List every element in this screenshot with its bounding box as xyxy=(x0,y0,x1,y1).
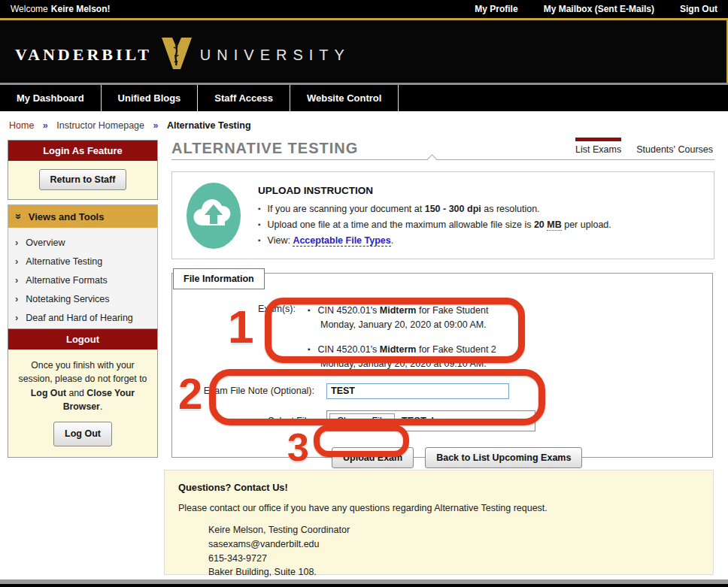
select-file-label: Select File: xyxy=(172,416,326,426)
footer-black-bar xyxy=(0,584,728,587)
chevron-right-icon: › xyxy=(15,274,18,286)
sidebar-item-label: Alternative Formats xyxy=(26,275,107,286)
contact-coordinator: Keire Melson, Testing Coordinator xyxy=(208,523,699,537)
exam-list-item: CIN 4520.01's Midterm for Fake Student M… xyxy=(308,304,496,333)
choose-file-button[interactable]: Choose File xyxy=(329,413,395,428)
upload-cloud-icon xyxy=(186,182,241,259)
acceptable-file-types-link[interactable]: Acceptable File Types xyxy=(293,235,390,247)
sidebar-item-deaf-hard-of-hearing[interactable]: › Deaf and Hard of Hearing xyxy=(8,308,157,327)
breadcrumb-separator-icon: » xyxy=(43,120,48,131)
breadcrumb-home[interactable]: Home xyxy=(9,120,34,131)
contact-email: sasexams@vanderbilt.edu xyxy=(208,537,699,552)
upload-instruction-panel: UPLOAD INSTRUCTION If you are scanning y… xyxy=(171,171,714,259)
sidebar-item-notetaking-services[interactable]: › Notetaking Services xyxy=(8,289,157,308)
contact-title: Questions? Contact Us! xyxy=(178,482,699,493)
chevron-right-icon: › xyxy=(15,312,18,323)
sidebar-item-alternative-formats[interactable]: › Alternative Formats xyxy=(8,271,157,289)
back-to-list-button[interactable]: Back to List Upcoming Exams xyxy=(425,447,582,468)
nav-website-control[interactable]: Website Control xyxy=(290,85,399,111)
page: WelcomeKeire Melson! My Profile My Mailb… xyxy=(0,0,728,587)
upload-bullet-dpi: If you are scanning your document at 150… xyxy=(258,204,611,214)
collapse-double-chevron-icon: » xyxy=(13,213,25,219)
welcome-text: WelcomeKeire Melson! xyxy=(11,4,110,14)
university-wordmark: UNIVERSITY xyxy=(200,47,350,64)
breadcrumb-separator-icon: » xyxy=(153,120,158,131)
title-divider xyxy=(171,159,714,160)
sidebar-item-label: Alternative Testing xyxy=(26,256,102,267)
selected-filename: TEST.docx xyxy=(402,415,451,426)
exams-label: Exam(s): xyxy=(172,304,308,372)
exam-list-item: CIN 4520.01's Midterm for Fake Student 2… xyxy=(308,343,496,372)
nav-staff-access[interactable]: Staff Access xyxy=(198,85,290,111)
views-and-tools-panel: » Views and Tools › Overview › Alternati… xyxy=(8,204,158,332)
chevron-right-icon: › xyxy=(15,237,18,248)
breadcrumb-current: Alternative Testing xyxy=(167,120,251,131)
nav-my-dashboard[interactable]: My Dashboard xyxy=(0,85,102,111)
upload-bullet-filesize: Upload one file at a time and the maximu… xyxy=(258,219,611,230)
logout-instructions: Once you finish with your session, pleas… xyxy=(14,359,151,414)
sign-out-link[interactable]: Sign Out xyxy=(680,4,717,14)
page-title: ALTERNATIVE TESTING xyxy=(171,140,358,157)
sidebar-item-label: Deaf and Hard of Hearing xyxy=(26,313,132,323)
sidebar-item-label: Overview xyxy=(26,238,65,248)
breadcrumb: Home » Instructor Homepage » Alternative… xyxy=(9,120,251,131)
login-as-feature-header: Login As Feature xyxy=(8,141,157,161)
sidebar-item-label: Notetaking Services xyxy=(26,294,109,304)
contact-panel: Questions? Contact Us! Please contact ou… xyxy=(164,470,714,575)
vanderbilt-wordmark: VANDERBILT xyxy=(15,45,152,65)
brand-header: VANDERBILT UNIVERSITY xyxy=(0,18,728,83)
my-mailbox-link[interactable]: My Mailbox (Sent E-Mails) xyxy=(544,4,654,14)
views-and-tools-header[interactable]: » Views and Tools xyxy=(8,205,157,228)
return-to-staff-button[interactable]: Return to Staff xyxy=(39,169,127,190)
main-nav: My Dashboard Unified Blogs Staff Access … xyxy=(0,85,728,111)
top-utility-bar: WelcomeKeire Melson! My Profile My Mailb… xyxy=(0,0,728,18)
exam-file-note-label: Exam File Note (Optional): xyxy=(172,386,326,396)
exam-list: CIN 4520.01's Midterm for Fake Student M… xyxy=(308,304,496,372)
contact-address: Baker Building, Suite 108. xyxy=(208,565,699,579)
upload-instruction-title: UPLOAD INSTRUCTION xyxy=(258,185,611,196)
chevron-right-icon: › xyxy=(15,293,18,304)
views-and-tools-title: Views and Tools xyxy=(29,211,105,222)
breadcrumb-instructor-homepage[interactable]: Instructor Homepage xyxy=(56,120,144,131)
exam-file-note-input[interactable] xyxy=(326,383,509,399)
log-out-button[interactable]: Log Out xyxy=(53,422,112,446)
active-tab-notch xyxy=(427,154,437,164)
upload-exam-button[interactable]: Upload Exam xyxy=(332,447,414,468)
chevron-right-icon: › xyxy=(15,256,18,267)
vanderbilt-v-logo-icon xyxy=(161,37,193,73)
contact-phone: 615-343-9727 xyxy=(208,552,699,566)
contact-details: Keire Melson, Testing Coordinator sasexa… xyxy=(208,523,699,579)
nav-unified-blogs[interactable]: Unified Blogs xyxy=(102,85,199,111)
file-information-legend: File Information xyxy=(173,268,265,289)
sidebar-item-alternative-testing[interactable]: › Alternative Testing xyxy=(8,252,157,271)
file-information-fieldset: Exam(s): CIN 4520.01's Midterm for Fake … xyxy=(171,273,713,458)
logout-panel: Logout Once you finish with your session… xyxy=(8,328,158,458)
logout-header: Logout xyxy=(8,329,157,349)
my-profile-link[interactable]: My Profile xyxy=(475,4,517,14)
tab-list-exams[interactable]: List Exams xyxy=(575,138,621,155)
sidebar-item-overview[interactable]: › Overview xyxy=(8,233,157,252)
contact-body: Please contact our office if you have an… xyxy=(178,503,699,513)
upload-bullet-filetypes: View: Acceptable File Types. xyxy=(258,235,611,246)
file-input[interactable]: Choose File TEST.docx xyxy=(326,410,535,431)
tab-students-courses[interactable]: Students' Courses xyxy=(636,138,713,155)
tab-bar: List Exams Students' Courses xyxy=(575,138,713,155)
login-as-feature-panel: Login As Feature Return to Staff xyxy=(8,140,158,200)
